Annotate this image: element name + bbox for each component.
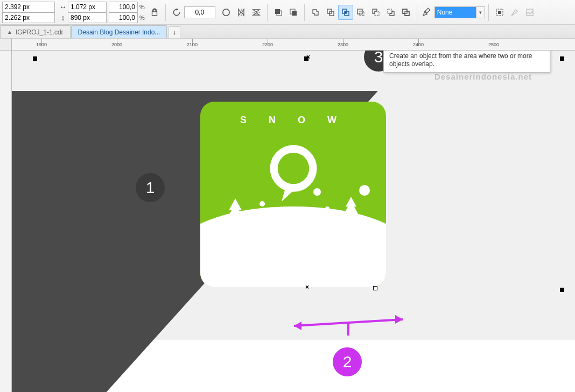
ruler-origin[interactable] xyxy=(0,39,12,51)
svg-point-21 xyxy=(274,149,313,188)
tab-file-2[interactable]: Desain Blog Desainer Indo... xyxy=(71,25,167,38)
convert-curves-button xyxy=(507,5,522,20)
tab-label: IGPROJ_1-1.cdr xyxy=(16,28,64,36)
tick-label: 2400 xyxy=(413,42,424,47)
cursor-icon: ▲ xyxy=(7,29,12,35)
snow-dot xyxy=(260,201,265,206)
canvas[interactable]: Desainerindonesia.net S N O W xyxy=(12,51,575,392)
separator xyxy=(267,4,268,21)
selection-center[interactable]: × xyxy=(305,283,309,291)
snow-dot xyxy=(325,206,329,211)
svg-rect-19 xyxy=(498,11,501,14)
callout-1: 1 xyxy=(136,173,165,202)
position-fields xyxy=(2,2,55,23)
order-back-button[interactable] xyxy=(286,5,301,20)
tooltip-intersect: Intersect (Ctrl+Shift+X) Create an objec… xyxy=(383,51,550,73)
simplify-button[interactable] xyxy=(353,5,368,20)
height-icon: ↕ xyxy=(58,13,68,22)
snow-card[interactable]: S N O W xyxy=(200,102,386,287)
trim-button[interactable] xyxy=(323,5,338,20)
back-minus-front-button[interactable] xyxy=(383,5,398,20)
scale-fields: % % xyxy=(109,2,145,23)
new-tab-button[interactable]: + xyxy=(169,26,180,38)
size-fields: ↔ ↕ xyxy=(58,2,109,23)
outline-width-dropdown[interactable]: ▾ xyxy=(476,6,485,18)
order-front-button[interactable] xyxy=(271,5,286,20)
weld-button[interactable] xyxy=(308,5,323,20)
tab-label: Desain Blog Desainer Indo... xyxy=(78,28,160,36)
snow-dot xyxy=(216,220,220,224)
pct-label: % xyxy=(139,15,145,21)
height-input[interactable] xyxy=(68,12,107,23)
pen-icon xyxy=(420,5,432,20)
separator xyxy=(304,4,305,21)
svg-rect-24 xyxy=(287,229,289,233)
scale-w-input[interactable] xyxy=(109,2,138,12)
svg-rect-3 xyxy=(275,9,280,14)
scale-h-input[interactable] xyxy=(109,12,138,23)
tick-label: 1900 xyxy=(36,42,47,47)
width-icon: ↔ xyxy=(58,3,68,11)
mirror-h-button[interactable] xyxy=(234,5,249,20)
svg-point-0 xyxy=(223,9,229,15)
snow-dot xyxy=(313,188,321,196)
tick-label: 2200 xyxy=(262,42,273,47)
tree-icon xyxy=(222,198,249,236)
separator xyxy=(488,4,489,21)
tooltip-body: Create an object from the area where two… xyxy=(389,52,544,69)
tick-label: 2500 xyxy=(488,42,499,47)
svg-rect-14 xyxy=(375,11,379,16)
separator xyxy=(417,4,417,21)
watermark-text: Desainerindonesia.net xyxy=(434,72,532,81)
callout-2: 2 xyxy=(333,347,362,376)
x-pos-input[interactable] xyxy=(2,2,55,12)
mirror-v-button[interactable] xyxy=(249,5,264,20)
boundary-button[interactable] xyxy=(398,5,413,20)
property-bar: ↔ ↕ % % xyxy=(0,0,575,25)
document-tabs: ▲ IGPROJ_1-1.cdr Desain Blog Desainer In… xyxy=(0,25,575,39)
tree-icon xyxy=(281,218,294,236)
svg-rect-15 xyxy=(388,9,392,13)
rotate-group xyxy=(169,5,215,20)
wrap-text-button[interactable] xyxy=(492,5,507,20)
arrow-annotation xyxy=(286,314,410,336)
width-input[interactable] xyxy=(68,2,107,12)
selection-handle[interactable] xyxy=(373,286,377,290)
selection-handle[interactable] xyxy=(560,288,564,292)
rotate-input[interactable] xyxy=(184,6,215,18)
tick-label: 2000 xyxy=(111,42,122,47)
selection-handle[interactable] xyxy=(33,56,37,61)
selection-handle[interactable] xyxy=(560,56,564,61)
card-title: S N O W xyxy=(200,115,386,126)
pct-label: % xyxy=(139,4,145,10)
ruler-vertical[interactable] xyxy=(0,51,12,392)
lock-ratio-button[interactable] xyxy=(147,5,162,20)
svg-rect-23 xyxy=(350,216,353,223)
separator xyxy=(165,4,166,21)
outline-width-input[interactable] xyxy=(434,6,476,18)
selection-center[interactable]: × xyxy=(306,53,310,61)
svg-rect-5 xyxy=(292,11,297,16)
edit-bitmap-button xyxy=(522,5,537,20)
svg-rect-11 xyxy=(345,11,347,13)
front-minus-back-button[interactable] xyxy=(368,5,383,20)
y-pos-input[interactable] xyxy=(2,12,55,23)
tick-label: 2300 xyxy=(338,42,348,47)
tick-label: 2100 xyxy=(187,42,198,47)
ruler-horizontal[interactable]: 1900 2000 2100 2200 2300 2400 2500 xyxy=(12,39,575,51)
svg-rect-13 xyxy=(360,11,364,16)
outline-width-group: ▾ xyxy=(434,6,485,18)
tab-file-1[interactable]: ▲ IGPROJ_1-1.cdr xyxy=(0,25,71,38)
snow-dot xyxy=(359,185,370,196)
svg-rect-22 xyxy=(234,222,237,230)
workspace: 1900 2000 2100 2200 2300 2400 2500 Desai… xyxy=(0,39,575,392)
intersect-button[interactable] xyxy=(338,5,353,20)
tooltip-title: Intersect (Ctrl+Shift+X) xyxy=(389,51,544,51)
circle-button[interactable] xyxy=(219,5,234,20)
rotate-icon xyxy=(169,5,184,20)
tree-icon xyxy=(340,197,362,228)
